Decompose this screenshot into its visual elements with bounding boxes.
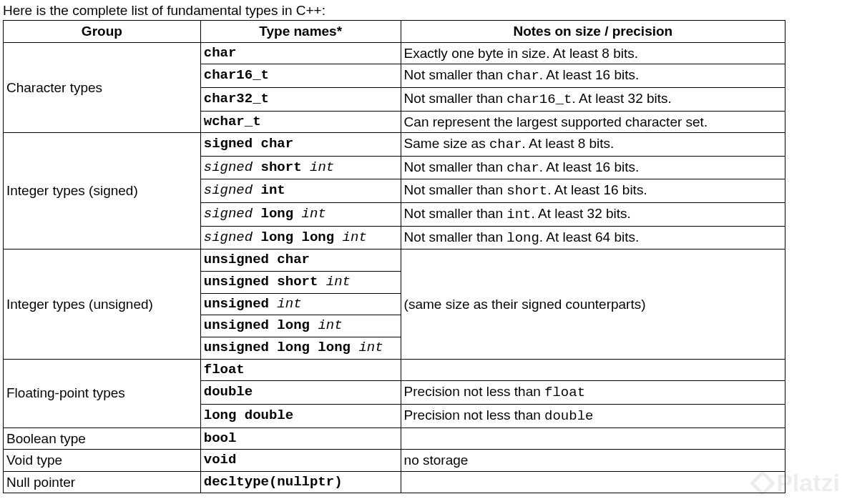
group-cell: Null pointer: [4, 471, 201, 493]
table-row: Void typevoidno storage: [4, 450, 785, 472]
group-cell: Integer types (unsigned): [4, 249, 201, 359]
notes-cell: Not smaller than long. At least 64 bits.: [401, 226, 785, 249]
type-name-cell: unsigned char: [200, 249, 401, 272]
watermark-text: Platzi: [776, 469, 840, 496]
type-name-cell: signed long long int: [200, 226, 401, 249]
group-cell: Floating-point types: [4, 359, 201, 428]
notes-cell: Can represent the largest supported char…: [401, 111, 785, 133]
group-cell: Character types: [4, 42, 201, 133]
table-row: Integer types (unsigned)unsigned char(sa…: [4, 249, 785, 272]
notes-cell: [401, 359, 785, 381]
table-row: Floating-point typesfloat: [4, 359, 785, 381]
notes-cell: no storage: [401, 450, 785, 472]
table-row: Null pointerdecltype(nullptr): [4, 471, 785, 493]
group-cell: Void type: [4, 450, 201, 472]
header-notes: Notes on size / precision: [401, 21, 785, 43]
group-cell: Integer types (signed): [4, 133, 201, 249]
notes-cell: Exactly one byte in size. At least 8 bit…: [401, 42, 785, 64]
notes-cell: Precision not less than double: [401, 404, 785, 428]
type-name-cell: unsigned int: [200, 293, 401, 315]
type-name-cell: signed short int: [200, 156, 401, 179]
type-name-cell: signed long int: [200, 203, 401, 227]
notes-cell: (same size as their signed counterparts): [401, 249, 785, 359]
type-name-cell: char: [200, 42, 401, 64]
notes-cell: [401, 428, 785, 450]
table-row: Boolean typebool: [4, 428, 785, 450]
type-name-cell: signed int: [200, 179, 401, 203]
group-cell: Boolean type: [4, 428, 201, 450]
notes-cell: Same size as char. At least 8 bits.: [401, 133, 785, 157]
table-row: Character typescharExactly one byte in s…: [4, 42, 785, 64]
type-name-cell: wchar_t: [200, 111, 401, 133]
header-group: Group: [4, 21, 201, 43]
type-name-cell: unsigned long long int: [200, 337, 401, 359]
notes-cell: Not smaller than int. At least 32 bits.: [401, 203, 785, 227]
notes-cell: Not smaller than short. At least 16 bits…: [401, 179, 785, 203]
notes-cell: Precision not less than float: [401, 381, 785, 405]
type-name-cell: void: [200, 450, 401, 472]
intro-text: Here is the complete list of fundamental…: [3, 3, 844, 19]
type-name-cell: char32_t: [200, 87, 401, 111]
type-name-cell: bool: [200, 428, 401, 450]
type-name-cell: unsigned long int: [200, 315, 401, 337]
type-name-cell: char16_t: [200, 64, 401, 88]
notes-cell: Not smaller than char. At least 16 bits.: [401, 64, 785, 88]
type-name-cell: long double: [200, 404, 401, 428]
type-name-cell: float: [200, 359, 401, 381]
notes-cell: [401, 471, 785, 493]
type-name-cell: double: [200, 381, 401, 405]
header-typenames: Type names*: [200, 21, 401, 43]
notes-cell: Not smaller than char. At least 16 bits.: [401, 156, 785, 179]
notes-cell: Not smaller than char16_t. At least 32 b…: [401, 87, 785, 111]
types-table: Group Type names* Notes on size / precis…: [3, 20, 785, 493]
type-name-cell: unsigned short int: [200, 272, 401, 294]
type-name-cell: decltype(nullptr): [200, 471, 401, 493]
table-row: Integer types (signed)signed charSame si…: [4, 133, 785, 157]
type-name-cell: signed char: [200, 133, 401, 157]
